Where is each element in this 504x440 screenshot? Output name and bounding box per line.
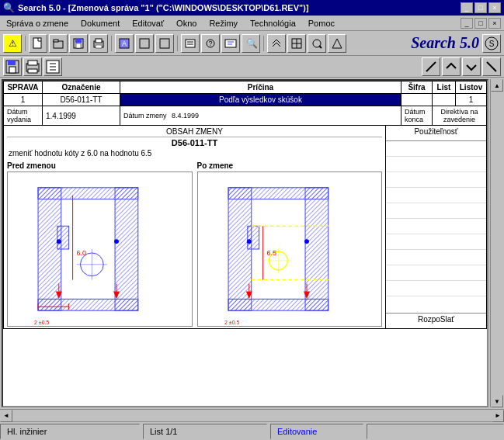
svg-rect-32 [9, 67, 16, 73]
cell-oznacenie: D56-011-TT [43, 94, 120, 106]
menu-sprava[interactable]: Správa o zmene [3, 18, 71, 29]
tb-btn-13[interactable] [287, 34, 306, 53]
close-button[interactable]: × [488, 2, 501, 13]
title-bar: 🔍 Search 5.0 - [Zmenová správa "1" ("C:\… [0, 0, 504, 16]
new-doc-icon [32, 37, 44, 50]
right-row-4 [386, 188, 486, 203]
svg-point-59 [114, 239, 119, 244]
tb-btn-5[interactable]: A [115, 34, 134, 53]
tb-btn-14[interactable] [308, 34, 326, 53]
datum-zmeny-label: Dátum zmeny [123, 112, 167, 120]
col-list: List [433, 81, 456, 94]
svg-text:🔍: 🔍 [246, 37, 257, 49]
scrollbar-vertical: ▲ ▼ [490, 79, 502, 407]
svg-rect-34 [28, 61, 37, 65]
pouzivatelnost-label: Použiteľnosť [386, 126, 486, 141]
scroll-down-button[interactable]: ▼ [491, 395, 503, 407]
cell-listov: 1 [456, 94, 487, 106]
cell-datum-vydania-label: Dátum vydania [4, 106, 43, 126]
cell-pricina-highlight: Podľa výsledkov skúšok [120, 94, 401, 106]
svg-text:S: S [489, 40, 495, 48]
svg-line-26 [319, 46, 322, 48]
save-button[interactable] [69, 34, 88, 53]
menu-pomoc[interactable]: Pomoc [305, 18, 338, 29]
po-zmene-panel: Po zmene [197, 161, 383, 327]
toolbar-separator-1 [25, 36, 26, 51]
pred-zmenou-drawing: 6.0 2 ±0.5 [7, 171, 193, 327]
open-icon [52, 37, 64, 50]
menu-technologia[interactable]: Technológia [247, 18, 299, 29]
datum-zmeny-val: 8.4.1999 [172, 112, 199, 120]
svg-rect-68 [228, 299, 328, 310]
tb2-print-button[interactable] [23, 57, 42, 76]
tb-btn-15[interactable] [328, 34, 346, 53]
svg-text:2 ±0.5: 2 ±0.5 [34, 320, 49, 325]
tb-btn-7[interactable] [155, 34, 174, 53]
right-form-panel: Použiteľnosť RozpoSlať [385, 126, 486, 328]
zmeny-desc-text: zmeniť hodnotu kóty z 6.0 na hodnotu 6.5 [7, 148, 382, 158]
menu-okno[interactable]: Okno [173, 18, 200, 29]
right-row-8 [386, 250, 486, 265]
tb-btn-9[interactable]: ? [201, 34, 220, 53]
child-maximize-button[interactable]: □ [474, 18, 487, 29]
tb-btn-12[interactable] [267, 34, 286, 53]
svg-point-58 [57, 239, 61, 244]
svg-rect-0 [33, 38, 41, 48]
svg-text:?: ? [208, 40, 212, 47]
menu-dokument[interactable]: Dokument [78, 18, 123, 29]
logo-icon-button[interactable]: S [482, 34, 501, 53]
tb2-r3[interactable] [462, 57, 481, 76]
window-title: Search 5.0 - [Zmenová správa "1" ("C:\WI… [18, 3, 309, 12]
new-button[interactable] [29, 34, 47, 53]
tb2-save-button[interactable] [3, 57, 22, 76]
po-svg: 6.5 [198, 172, 382, 326]
scroll-left-button[interactable]: ◄ [0, 410, 12, 422]
pred-zmenou-panel: Pred zmenou [7, 161, 193, 327]
tb2-r2[interactable] [442, 57, 461, 76]
right-row-2 [386, 157, 486, 172]
search-logo: Search 5.0 [411, 34, 479, 52]
open-button[interactable] [49, 34, 68, 53]
tb-btn-6[interactable] [135, 34, 154, 53]
svg-text:6.0: 6.0 [77, 249, 86, 257]
scrollbar-horizontal: ◄ ► [0, 409, 504, 421]
zmeny-title-text: D56-011-TT [7, 137, 382, 148]
main-area: SPRAVA Označenie Príčina Šifra List List… [0, 78, 504, 409]
menu-editovat[interactable]: Editovať [129, 18, 167, 29]
tb2-btn3[interactable] [43, 57, 62, 76]
svg-rect-4 [75, 39, 82, 43]
child-close-button[interactable]: × [488, 18, 501, 29]
content-pane: SPRAVA Označenie Príčina Šifra List List… [2, 79, 488, 407]
right-row-10 [386, 281, 486, 296]
svg-rect-67 [228, 188, 328, 199]
maximize-button[interactable]: □ [474, 2, 487, 13]
right-row-7 [386, 234, 486, 250]
scroll-right-button[interactable]: ► [492, 410, 504, 422]
obsah-zmeny-label: OBSAH ZMENY [7, 127, 382, 137]
minimize-button[interactable]: _ [461, 2, 473, 13]
right-spacer [386, 296, 486, 313]
po-zmene-drawing: 6.5 [197, 171, 383, 327]
toolbar-separator-4 [263, 36, 264, 51]
status-bar: Hl. inžinier List 1/1 Editovanie [0, 421, 504, 440]
tb-btn-8[interactable] [181, 34, 200, 53]
tb-btn-10[interactable] [221, 34, 240, 53]
col-sifra: Šifra [401, 81, 433, 94]
save-icon [72, 37, 85, 50]
status-hl-inzinier: Hl. inžinier [0, 424, 140, 439]
child-minimize-button[interactable]: _ [461, 18, 473, 29]
svg-rect-46 [38, 299, 138, 310]
tb-btn-11[interactable]: 🔍 [242, 34, 260, 53]
status-list: List 1/1 [143, 424, 267, 439]
warning-icon-button[interactable]: ⚠ [3, 34, 22, 53]
scroll-track[interactable] [491, 92, 502, 395]
svg-point-78 [304, 239, 309, 244]
svg-text:2 ±0.5: 2 ±0.5 [224, 320, 239, 325]
tb2-r1[interactable] [422, 57, 440, 76]
tb2-r4[interactable] [482, 57, 501, 76]
menu-rezimy[interactable]: Režimy [206, 18, 241, 29]
svg-line-40 [426, 62, 436, 71]
scroll-up-button[interactable]: ▲ [491, 79, 503, 92]
print-button[interactable] [89, 34, 108, 53]
svg-line-41 [487, 62, 496, 71]
